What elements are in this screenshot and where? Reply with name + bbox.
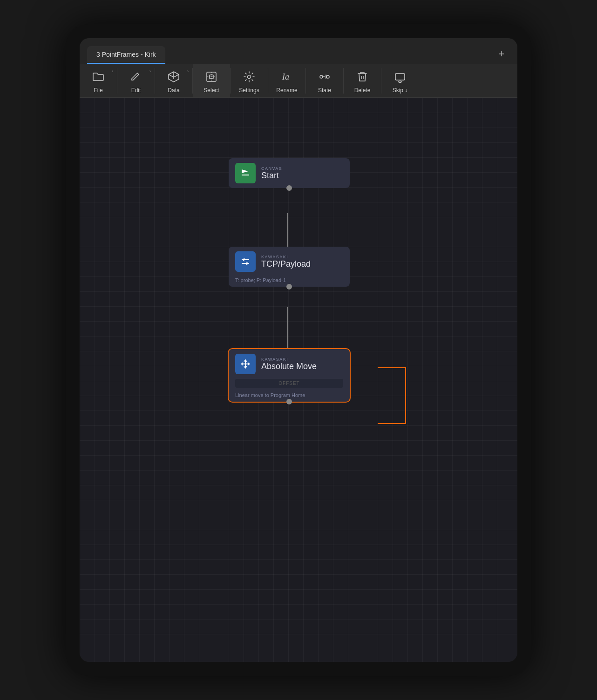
add-tab-button[interactable]: + <box>493 44 510 64</box>
svg-point-4 <box>248 75 251 78</box>
toolbar: › File › Edit <box>80 64 517 98</box>
file-chevron: › <box>112 69 113 74</box>
delete-label: Delete <box>354 87 371 94</box>
trash-icon <box>354 68 371 85</box>
rename-label: Rename <box>276 87 297 94</box>
tcp-node-text: KAWASAKI TCP/Payload <box>261 255 311 269</box>
abs-node-text: KAWASAKI Absolute Move <box>261 357 317 371</box>
toolbar-item-data[interactable]: › Data <box>155 64 192 97</box>
toolbar-item-edit[interactable]: › Edit <box>117 64 155 97</box>
tcp-bottom-connector <box>286 284 292 289</box>
toolbar-item-delete[interactable]: Delete <box>344 64 381 97</box>
abs-node-title: Absolute Move <box>261 362 317 371</box>
edit-icon <box>128 68 144 85</box>
node-start-header: CANVAS Start <box>229 158 350 188</box>
rename-icon: Ia <box>278 68 295 85</box>
node-abs[interactable]: KAWASAKI Absolute Move OFFSET Linear mov… <box>229 349 350 402</box>
select-label: Select <box>204 87 219 94</box>
abs-node-icon <box>235 354 256 374</box>
toolbar-item-settings[interactable]: Settings <box>231 64 268 97</box>
tab-title: 3 PointFrames - Kirk <box>96 51 156 58</box>
start-node-category: CANVAS <box>261 166 282 171</box>
tcp-node-title: TCP/Payload <box>261 259 311 269</box>
abs-bottom-connector <box>286 399 292 404</box>
toolbar-item-file[interactable]: › File <box>80 64 117 97</box>
svg-point-6 <box>320 75 323 78</box>
node-start[interactable]: CANVAS Start <box>229 158 350 188</box>
skip-label: Skip ↓ <box>393 87 408 94</box>
select-icon <box>203 68 220 85</box>
toolbar-item-state[interactable]: State <box>306 64 343 97</box>
toolbar-item-skip[interactable]: Skip ↓ <box>381 64 419 97</box>
tcp-node-category: KAWASAKI <box>261 255 311 259</box>
toolbar-item-select[interactable]: Select <box>193 64 230 97</box>
skip-icon <box>392 68 408 85</box>
start-node-icon <box>235 163 256 183</box>
start-node-text: CANVAS Start <box>261 166 282 181</box>
canvas-area[interactable]: CANVAS Start <box>80 98 517 662</box>
start-node-title: Start <box>261 171 282 181</box>
data-label: Data <box>168 87 179 94</box>
abs-offset-badge: OFFSET <box>235 379 343 388</box>
app-window: 3 PointFrames - Kirk + › File <box>80 38 517 662</box>
device-frame: 3 PointFrames - Kirk + › File <box>66 24 531 676</box>
data-chevron: › <box>187 69 189 74</box>
toolbar-item-rename[interactable]: Ia Rename <box>268 64 305 97</box>
file-label: File <box>94 87 102 94</box>
state-icon <box>316 68 333 85</box>
edit-label: Edit <box>131 87 141 94</box>
node-tcp[interactable]: KAWASAKI TCP/Payload T: probe; P: Payloa… <box>229 247 350 287</box>
abs-node-category: KAWASAKI <box>261 357 317 362</box>
tcp-node-icon <box>235 251 256 272</box>
svg-text:Ia: Ia <box>282 72 289 81</box>
cube-icon <box>165 68 182 85</box>
state-label: State <box>318 87 331 94</box>
gear-icon <box>241 68 258 85</box>
edit-chevron: › <box>149 69 151 74</box>
folder-icon <box>90 68 107 85</box>
active-tab[interactable]: 3 PointFrames - Kirk <box>87 46 165 64</box>
svg-rect-10 <box>395 74 405 80</box>
abs-node-header: KAWASAKI Absolute Move <box>229 349 350 379</box>
settings-label: Settings <box>239 87 259 94</box>
start-bottom-connector <box>286 185 292 191</box>
svg-point-7 <box>326 75 329 78</box>
tcp-node-header: KAWASAKI TCP/Payload <box>229 247 350 276</box>
title-bar: 3 PointFrames - Kirk + <box>80 38 517 64</box>
